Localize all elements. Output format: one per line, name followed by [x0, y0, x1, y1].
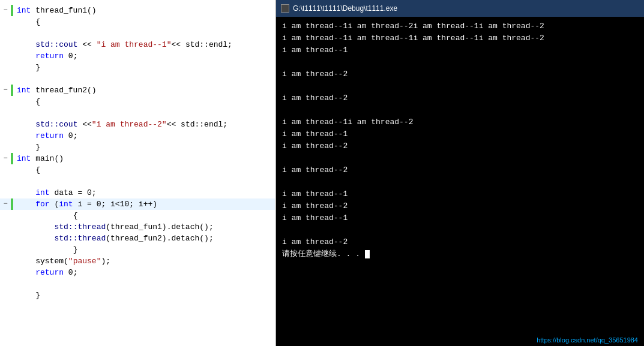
code-line: return 0;: [0, 130, 275, 142]
terminal-line: i am thread--2: [282, 200, 638, 212]
fold-indicator: [0, 164, 11, 176]
code-line: −int thread_fun1(): [0, 5, 275, 16]
fold-indicator: [0, 233, 11, 244]
terminal-body: i am thread--1i am thread--2i am thread-…: [276, 17, 644, 335]
fold-indicator: [0, 267, 11, 278]
fold-indicator[interactable]: −: [0, 153, 11, 164]
code-text: std::cout <<"i am thread--2"<< std::endl…: [13, 119, 227, 130]
code-text: }: [13, 244, 77, 255]
fold-indicator: [0, 278, 11, 290]
terminal-line: [282, 224, 638, 236]
terminal-line: i am thread--1: [282, 128, 638, 140]
fold-indicator: [0, 130, 11, 142]
code-text: {: [13, 96, 40, 107]
terminal-line: i am thread--2: [282, 140, 638, 152]
terminal-line: [282, 80, 638, 92]
code-line: −int main(): [0, 153, 275, 164]
code-text: }: [13, 142, 40, 153]
code-line: }: [0, 290, 275, 301]
fold-indicator: [0, 176, 11, 187]
code-line: return 0;: [0, 267, 275, 278]
code-line: [0, 28, 275, 39]
code-line: − for (int i = 0; i<10; i++): [0, 198, 275, 210]
code-line: {: [0, 164, 275, 176]
code-line: {: [0, 210, 275, 221]
code-line: [0, 73, 275, 85]
terminal-line: [282, 56, 638, 68]
code-text: [13, 28, 17, 39]
code-text: }: [13, 290, 40, 301]
terminal-line: i am thread--2: [282, 92, 638, 104]
terminal-title: G:\t1111\t1111\Debug\t1111.exe: [293, 4, 397, 13]
code-text: std::thread(thread_fun1).detach();: [13, 221, 214, 233]
code-text: system("pause");: [13, 255, 110, 267]
code-line: }: [0, 62, 275, 73]
fold-indicator: [0, 119, 11, 130]
code-line: std::thread(thread_fun2).detach();: [0, 233, 275, 244]
code-text: [13, 107, 17, 119]
terminal-line: [282, 152, 638, 164]
fold-indicator: [0, 107, 11, 119]
terminal-cursor: [365, 250, 370, 258]
terminal-line: i am thread--1: [282, 212, 638, 224]
fold-indicator: [0, 73, 11, 85]
terminal-line: i am thread--1i am thread--1i am thread-…: [282, 32, 638, 44]
terminal-line: i am thread--1: [282, 44, 638, 56]
code-text: int data = 0;: [13, 187, 97, 198]
terminal-panel: G:\t1111\t1111\Debug\t1111.exe i am thre…: [276, 0, 644, 346]
code-line: std::thread(thread_fun1).detach();: [0, 221, 275, 233]
code-text: return 0;: [13, 50, 77, 62]
code-text: {: [13, 164, 40, 176]
fold-indicator: [0, 96, 11, 107]
code-line: −int thread_fun2(): [0, 85, 275, 96]
code-line: {: [0, 96, 275, 107]
code-lines: −int thread_fun1() { std::cout << "i am …: [0, 0, 275, 306]
code-text: return 0;: [13, 267, 77, 278]
terminal-line: i am thread--1i am thread--2: [282, 116, 638, 128]
code-text: }: [13, 62, 40, 73]
code-line: int data = 0;: [0, 187, 275, 198]
fold-indicator: [0, 28, 11, 39]
fold-indicator: [0, 50, 11, 62]
fold-indicator: [0, 244, 11, 255]
terminal-icon: [281, 4, 289, 13]
code-text: std::thread(thread_fun2).detach();: [13, 233, 214, 244]
fold-indicator: [0, 221, 11, 233]
terminal-line: [282, 104, 638, 116]
code-text: {: [13, 210, 77, 221]
code-text: int thread_fun2(): [13, 85, 97, 96]
terminal-footer: https://blog.csdn.net/qq_35651984: [276, 335, 644, 346]
code-text: return 0;: [13, 130, 77, 142]
fold-indicator: [0, 290, 11, 301]
fold-indicator[interactable]: −: [0, 5, 11, 16]
fold-indicator: [0, 16, 11, 28]
fold-indicator[interactable]: −: [0, 85, 11, 96]
code-line: system("pause");: [0, 255, 275, 267]
fold-indicator: [0, 210, 11, 221]
code-line: [0, 176, 275, 187]
terminal-line: i am thread--2: [282, 68, 638, 80]
terminal-line: 请按任意键继续. . .: [282, 248, 638, 260]
code-line: }: [0, 142, 275, 153]
code-text: for (int i = 0; i<10; i++): [13, 198, 157, 210]
fold-indicator: [0, 187, 11, 198]
code-line: {: [0, 16, 275, 28]
fold-indicator: [0, 255, 11, 267]
code-text: [13, 73, 17, 85]
code-editor: −int thread_fun1() { std::cout << "i am …: [0, 0, 276, 346]
code-text: [13, 176, 17, 187]
fold-indicator: [0, 142, 11, 153]
terminal-line: i am thread--2: [282, 236, 638, 248]
code-line: [0, 278, 275, 290]
code-text: std::cout << "i am thread--1"<< std::end…: [13, 39, 232, 50]
terminal-line: i am thread--2: [282, 164, 638, 176]
code-text: [13, 278, 17, 290]
terminal-line: [282, 176, 638, 188]
terminal-line: i am thread--1: [282, 188, 638, 200]
terminal-titlebar: G:\t1111\t1111\Debug\t1111.exe: [276, 0, 644, 17]
code-line: std::cout <<"i am thread--2"<< std::endl…: [0, 119, 275, 130]
code-line: }: [0, 244, 275, 255]
terminal-line: i am thread--1i am thread--2i am thread-…: [282, 20, 638, 32]
fold-indicator[interactable]: −: [0, 198, 11, 210]
fold-indicator: [0, 62, 11, 73]
